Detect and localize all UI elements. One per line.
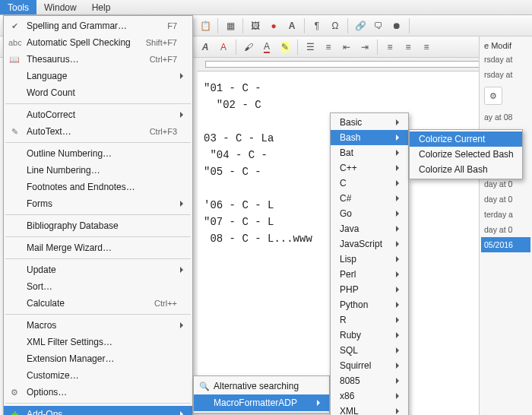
- lang-python[interactable]: Python: [331, 297, 408, 312]
- side-row[interactable]: terday a: [481, 207, 530, 222]
- autotext-icon: ✎: [8, 127, 21, 137]
- doc-line: "04 - C -: [204, 149, 268, 161]
- menu-extension-manager[interactable]: Extension Manager…: [4, 350, 192, 367]
- menu-thesaurus[interactable]: 📖Thesaurus…Ctrl+F7: [4, 51, 192, 68]
- colorize-current[interactable]: Colorize Current: [410, 131, 522, 147]
- doc-line: "02 - C: [204, 99, 261, 111]
- side-panel: e Modif rsday at rsday at ⚙ ay at 08 › r…: [479, 36, 532, 415]
- clear-format-icon[interactable]: 🖌: [241, 40, 256, 55]
- menu-outline-numbering[interactable]: Outline Numbering…: [4, 145, 192, 162]
- menu-autocorrect[interactable]: AutoCorrect: [4, 106, 192, 123]
- textbox-icon[interactable]: A: [284, 18, 299, 33]
- table-icon[interactable]: ▦: [223, 18, 238, 33]
- menu-customize[interactable]: Customize…: [4, 367, 192, 384]
- lang-bash[interactable]: Bash: [331, 130, 408, 145]
- gear-icon[interactable]: ⚙: [484, 87, 502, 105]
- special-char-icon[interactable]: Ω: [328, 18, 343, 33]
- list-number-icon[interactable]: ≡: [321, 40, 336, 55]
- menu-mail-merge[interactable]: Mail Merge Wizard…: [4, 239, 192, 256]
- align-left-icon[interactable]: ≡: [382, 40, 397, 55]
- menu-update[interactable]: Update: [4, 261, 192, 278]
- indent-inc-icon[interactable]: ⇥: [357, 40, 372, 55]
- side-row[interactable]: rsday at: [481, 67, 530, 82]
- addon-icon: ✚: [8, 410, 21, 416]
- lang-8085[interactable]: 8085: [331, 373, 408, 388]
- doc-line: 03 - C - La: [204, 132, 274, 144]
- menubar-help[interactable]: Help: [84, 0, 119, 14]
- lang-xml[interactable]: XML: [331, 404, 408, 415]
- align-center-icon[interactable]: ≡: [401, 40, 416, 55]
- comment-icon[interactable]: 🗨: [371, 18, 386, 33]
- lang-squirrel[interactable]: Squirrel: [331, 358, 408, 373]
- menu-spelling-grammar[interactable]: ✔Spelling and Grammar…F7: [4, 17, 192, 34]
- paste-icon[interactable]: 📋: [198, 18, 213, 33]
- lang-c[interactable]: C: [331, 176, 408, 191]
- lang-x86[interactable]: x86: [331, 388, 408, 404]
- colorize-all[interactable]: Colorize All Bash: [410, 162, 522, 177]
- menubar-window[interactable]: Window: [36, 0, 84, 14]
- side-row[interactable]: ay at 08: [481, 109, 530, 125]
- bash-colorize-submenu: Colorize Current Colorize Selected Bash …: [409, 129, 523, 179]
- abc-icon: abc: [8, 38, 21, 47]
- lang-cpp[interactable]: C++: [331, 160, 408, 176]
- bold-icon[interactable]: A: [198, 40, 213, 55]
- options-icon: ⚙: [8, 388, 21, 398]
- menu-forms[interactable]: Forms: [4, 195, 192, 212]
- lang-sql[interactable]: SQL: [331, 343, 408, 358]
- align-right-icon[interactable]: ≡: [419, 40, 434, 55]
- menu-macros[interactable]: Macros: [4, 317, 192, 334]
- lang-java[interactable]: Java: [331, 221, 408, 236]
- colorize-selected[interactable]: Colorize Selected Bash: [410, 147, 522, 162]
- macroformatter-lang-submenu: Basic Bash Bat C++ C C# Go Java JavaScri…: [330, 112, 409, 415]
- record-icon[interactable]: ⏺: [389, 18, 404, 33]
- lang-csharp[interactable]: C#: [331, 191, 408, 206]
- lang-basic[interactable]: Basic: [331, 115, 408, 130]
- lang-php[interactable]: PHP: [331, 282, 408, 297]
- image-icon[interactable]: 🖼: [248, 18, 263, 33]
- lang-ruby[interactable]: Ruby: [331, 328, 408, 343]
- side-row-selected[interactable]: 05/2016: [481, 237, 530, 252]
- menu-auto-spellcheck[interactable]: abcAutomatic Spell CheckingShift+F7: [4, 34, 192, 51]
- menu-language[interactable]: Language: [4, 68, 192, 84]
- addon-alternative-searching[interactable]: 🔍Alternative searching: [194, 378, 329, 394]
- side-panel-header: e Modif: [481, 40, 530, 52]
- menu-footnotes-endnotes[interactable]: Footnotes and Endnotes…: [4, 179, 192, 195]
- hyperlink-icon[interactable]: 🔗: [353, 18, 368, 33]
- side-row[interactable]: day at 0: [481, 192, 530, 207]
- tools-menu: ✔Spelling and Grammar…F7 abcAutomatic Sp…: [3, 15, 193, 415]
- lang-perl[interactable]: Perl: [331, 267, 408, 282]
- addons-submenu: 🔍Alternative searching MacroFormatterADP: [193, 375, 330, 413]
- menu-autotext[interactable]: ✎AutoText…Ctrl+F3: [4, 123, 192, 140]
- menu-options[interactable]: ⚙Options…: [4, 384, 192, 401]
- lang-javascript[interactable]: JavaScript: [331, 236, 408, 252]
- font-color2-icon[interactable]: A: [259, 40, 274, 55]
- side-row[interactable]: day at 0: [481, 222, 530, 237]
- menu-addons[interactable]: ✚Add-Ons: [4, 406, 192, 415]
- doc-line: "01 - C -: [204, 82, 261, 94]
- font-color-icon[interactable]: A: [216, 40, 231, 55]
- book-icon: 📖: [8, 55, 21, 65]
- lang-r[interactable]: R: [331, 312, 408, 328]
- indent-dec-icon[interactable]: ⇤: [339, 40, 354, 55]
- menu-calculate[interactable]: CalculateCtrl++: [4, 295, 192, 312]
- lang-go[interactable]: Go: [331, 206, 408, 221]
- menubar: Tools Window Help: [0, 0, 532, 15]
- spellcheck-icon: ✔: [8, 21, 21, 31]
- menu-sort[interactable]: Sort…: [4, 278, 192, 295]
- list-bullet-icon[interactable]: ☰: [302, 40, 318, 55]
- addon-macroformatter[interactable]: MacroFormatterADP: [194, 394, 329, 411]
- search-icon: 🔍: [198, 382, 211, 391]
- lang-lisp[interactable]: Lisp: [331, 252, 408, 267]
- lang-bat[interactable]: Bat: [331, 145, 408, 160]
- menubar-tools[interactable]: Tools: [0, 0, 36, 14]
- menu-xml-filter[interactable]: XML Filter Settings…: [4, 334, 192, 350]
- menu-line-numbering[interactable]: Line Numbering…: [4, 162, 192, 179]
- side-row[interactable]: rsday at: [481, 52, 530, 67]
- menu-word-count[interactable]: Word Count: [4, 84, 192, 101]
- menu-bibliography-database[interactable]: Bibliography Database: [4, 217, 192, 234]
- chart-pie-icon[interactable]: ●: [266, 18, 281, 33]
- page-break-icon[interactable]: ¶: [309, 18, 325, 33]
- highlight-icon[interactable]: ✎: [277, 40, 293, 55]
